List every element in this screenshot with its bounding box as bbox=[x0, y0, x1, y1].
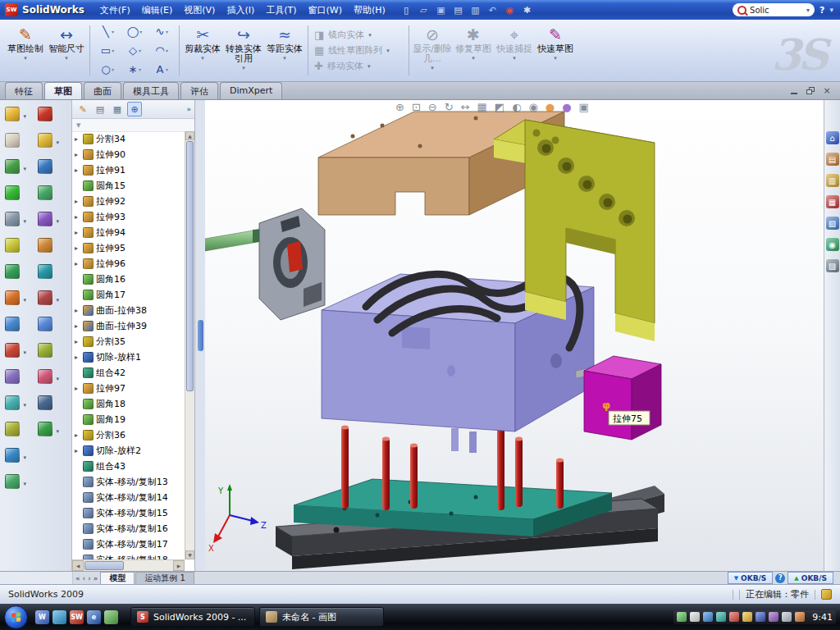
left-toolbar-icon[interactable]: ▾ bbox=[5, 395, 20, 410]
support-pegs[interactable] bbox=[451, 428, 477, 453]
left-toolbar-icon[interactable]: ▾ bbox=[38, 185, 52, 200]
tray-icon[interactable] bbox=[756, 612, 765, 622]
options-icon[interactable]: ✱ bbox=[520, 3, 534, 16]
start-button[interactable] bbox=[4, 605, 28, 629]
expand-arrow-icon[interactable]: ▸ bbox=[75, 354, 80, 361]
expand-arrow-icon[interactable]: ▸ bbox=[75, 338, 80, 345]
tree-vertical-scrollbar[interactable]: ▲ ▼ bbox=[185, 131, 194, 559]
tray-icon[interactable] bbox=[716, 612, 726, 622]
core-pull-rod[interactable] bbox=[205, 229, 262, 252]
command-dropdown-icon[interactable]: ▾ bbox=[368, 63, 371, 70]
tree-item[interactable]: ▸ 拉伸91 bbox=[72, 162, 185, 178]
left-toolbar-icon[interactable]: ▾ bbox=[38, 369, 52, 384]
text-tool[interactable]: A ▾ bbox=[148, 61, 175, 79]
left-toolbar-icon[interactable]: ▾ bbox=[38, 395, 52, 410]
quick-sketch-button[interactable]: ✎ 快速草图 ▾ bbox=[535, 22, 576, 79]
offset-entities-button[interactable]: ≈ 等距实体 ▾ bbox=[264, 22, 305, 79]
tree-item[interactable]: ▸ 拉伸95 bbox=[72, 240, 185, 256]
menu-item[interactable]: 编辑(E) bbox=[136, 2, 179, 19]
tree-item[interactable]: ▸ 组合42 bbox=[72, 365, 185, 381]
dimxpertmanager-tab-icon[interactable]: ⊕ bbox=[127, 102, 142, 116]
menu-item[interactable]: 窗口(W) bbox=[303, 2, 348, 19]
command-dropdown-icon[interactable]: ▾ bbox=[386, 48, 390, 54]
filter-bar[interactable]: ▼ bbox=[72, 119, 194, 132]
commandmanager-tab[interactable]: 草图 bbox=[44, 82, 82, 99]
spline-tool[interactable]: ∿ ▾ bbox=[148, 23, 175, 41]
circle-tool[interactable]: ◯ ▾ bbox=[121, 23, 148, 41]
command-dropdown-icon[interactable]: ▾ bbox=[431, 65, 434, 71]
command-dropdown-icon[interactable]: ▾ bbox=[554, 55, 557, 62]
left-toolbar-icon[interactable]: ▾ bbox=[5, 474, 20, 489]
dropdown-icon[interactable]: ▾ bbox=[23, 481, 26, 487]
dropdown-icon[interactable]: ▾ bbox=[56, 218, 59, 225]
tree-item[interactable]: ▸ 圆角19 bbox=[72, 412, 185, 427]
tool-dropdown-icon[interactable]: ▾ bbox=[139, 66, 141, 72]
mold-core-block[interactable] bbox=[322, 274, 610, 431]
tree-item[interactable]: ▸ 拉伸93 bbox=[72, 209, 185, 225]
configurationmanager-tab-icon[interactable]: ▦ bbox=[110, 102, 125, 116]
commandmanager-tab[interactable]: 评估 bbox=[180, 82, 218, 99]
file-explorer-icon[interactable]: ▥ bbox=[826, 174, 839, 187]
dropdown-icon[interactable]: ▾ bbox=[23, 349, 26, 356]
hide-show-icon[interactable]: ◉ bbox=[528, 101, 537, 113]
command-dropdown-icon[interactable]: ▾ bbox=[24, 55, 27, 62]
left-toolbar-icon[interactable]: ▾ bbox=[38, 212, 52, 226]
tray-icon[interactable] bbox=[729, 612, 739, 622]
scroll-right-icon[interactable]: ▶ bbox=[173, 560, 185, 571]
left-toolbar-icon[interactable]: ▾ bbox=[5, 133, 20, 148]
insert-block[interactable]: φ bbox=[584, 356, 661, 440]
apply-scene-icon[interactable]: ● bbox=[562, 101, 571, 113]
menu-item[interactable]: 工具(T) bbox=[260, 2, 302, 19]
menu-item[interactable]: 插入(I) bbox=[221, 2, 260, 19]
tool-dropdown-icon[interactable]: ▾ bbox=[112, 29, 114, 34]
panel-splitter[interactable] bbox=[195, 100, 205, 571]
tree-item[interactable]: ▸ 切除-放样2 bbox=[72, 443, 185, 459]
expand-arrow-icon[interactable]: ▸ bbox=[75, 213, 80, 221]
panel-overflow-icon[interactable]: » bbox=[186, 105, 191, 113]
left-toolbar-icon[interactable]: ▾ bbox=[38, 107, 52, 121]
tree-item[interactable]: ▸ 拉伸97 bbox=[72, 381, 185, 396]
dropdown-icon[interactable]: ▾ bbox=[23, 166, 26, 172]
left-toolbar-icon[interactable]: ▾ bbox=[38, 290, 52, 305]
tool-dropdown-icon[interactable]: ▾ bbox=[166, 29, 168, 34]
tree-item[interactable]: ▸ 圆角18 bbox=[72, 396, 185, 412]
tree-item[interactable]: ▸ 拉伸94 bbox=[72, 225, 185, 240]
expand-arrow-icon[interactable]: ▸ bbox=[75, 244, 80, 252]
dropdown-icon[interactable]: ▾ bbox=[23, 113, 26, 120]
splitter-handle[interactable] bbox=[198, 320, 203, 351]
print-preview-icon[interactable]: ▥ bbox=[468, 3, 482, 16]
left-toolbar-icon[interactable]: ▾ bbox=[5, 238, 20, 253]
tray-icon[interactable] bbox=[703, 612, 713, 622]
tree-item[interactable]: ▸ 实体-移动/复制16 bbox=[72, 521, 185, 536]
expand-arrow-icon[interactable]: ▸ bbox=[75, 447, 80, 454]
print-icon[interactable]: ▤ bbox=[451, 3, 465, 16]
expand-arrow-icon[interactable]: ▸ bbox=[75, 151, 80, 158]
search-box[interactable]: Solic ▾ bbox=[733, 3, 815, 16]
tree-item[interactable]: ▸ 圆角16 bbox=[72, 272, 185, 287]
search-input[interactable]: Solic bbox=[750, 6, 803, 15]
dropdown-icon[interactable]: ▾ bbox=[56, 376, 59, 382]
tool-dropdown-icon[interactable]: ▾ bbox=[112, 66, 114, 72]
dropdown-icon[interactable]: ▾ bbox=[56, 297, 59, 304]
expand-arrow-icon[interactable]: ▸ bbox=[75, 229, 80, 236]
left-toolbar-icon[interactable]: ▾ bbox=[38, 422, 52, 436]
tree-item[interactable]: ▸ 圆角17 bbox=[72, 287, 185, 303]
taskbar-app-button[interactable]: 未命名 - 画图 bbox=[259, 607, 384, 627]
point-tool[interactable]: ∗ ▾ bbox=[121, 61, 148, 79]
quicklaunch-icon-1[interactable]: W bbox=[35, 610, 49, 624]
standard-views-icon[interactable]: ▦ bbox=[477, 101, 487, 113]
expand-arrow-icon[interactable]: ▸ bbox=[75, 322, 80, 330]
search-dropdown-icon[interactable]: ▾ bbox=[806, 7, 810, 14]
command-dropdown-icon[interactable]: ▾ bbox=[513, 55, 516, 62]
display-style-icon[interactable]: ◐ bbox=[512, 101, 521, 113]
edit-appearance-icon[interactable]: ● bbox=[546, 101, 555, 113]
menu-item[interactable]: 视图(V) bbox=[178, 2, 221, 19]
display-delete-relations-button[interactable]: ⊘ 显示/删除几... ▾ bbox=[412, 22, 453, 79]
document-minimize-button[interactable] bbox=[789, 86, 799, 96]
left-toolbar-icon[interactable]: ▾ bbox=[5, 422, 20, 436]
slide-unit[interactable] bbox=[259, 208, 325, 320]
pan-icon[interactable]: ↔ bbox=[461, 101, 470, 113]
help-button[interactable]: ? bbox=[819, 5, 824, 16]
tray-icon[interactable] bbox=[677, 612, 687, 622]
appearances-icon[interactable]: ◉ bbox=[826, 238, 839, 251]
